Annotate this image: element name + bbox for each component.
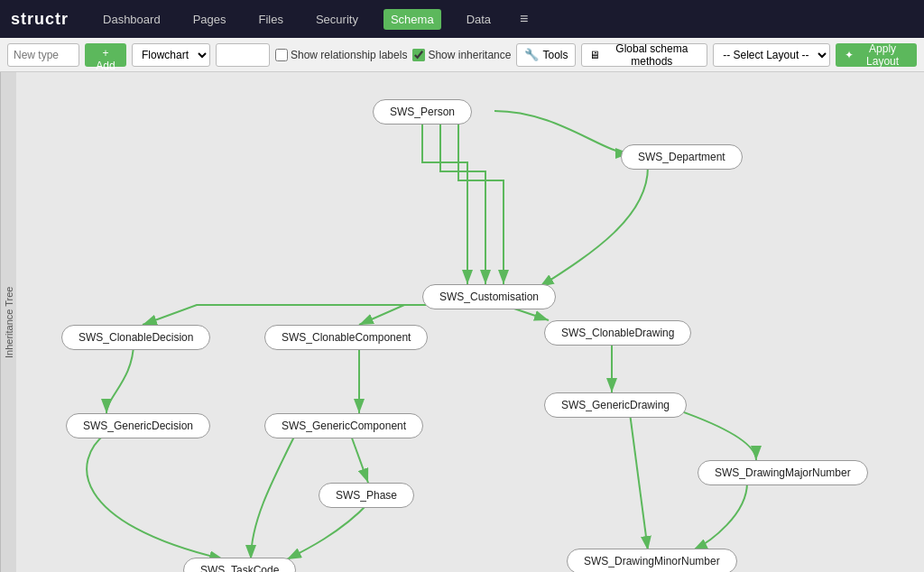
- toolbar: + Add Flowchart Show relationship labels…: [0, 38, 924, 72]
- node-sws-person[interactable]: SWS_Person: [373, 99, 472, 125]
- nav-data[interactable]: Data: [459, 9, 498, 30]
- arrows-layer: [16, 72, 924, 572]
- node-sws-genericcomponent[interactable]: SWS_GenericComponent: [264, 413, 423, 438]
- nav-security[interactable]: Security: [309, 9, 365, 30]
- node-sws-genericdrawing[interactable]: SWS_GenericDrawing: [544, 392, 687, 418]
- select-layout-dropdown[interactable]: -- Select Layout --: [713, 43, 830, 67]
- nav-dashboard[interactable]: Dashboard: [96, 9, 168, 30]
- node-sws-clonabledrawing[interactable]: SWS_ClonableDrawing: [544, 320, 691, 346]
- apply-layout-button[interactable]: ✦ Apply Layout: [836, 43, 917, 67]
- show-inheritance-label: Show inheritance: [412, 49, 511, 61]
- schema-canvas[interactable]: SWS_Person SWS_Department SWS_Customisat…: [16, 72, 924, 572]
- nav-files[interactable]: Files: [252, 9, 291, 30]
- nav-pages[interactable]: Pages: [186, 9, 234, 30]
- inheritance-tree-sidebar[interactable]: Inheritance Tree: [0, 72, 16, 572]
- nav-more-icon[interactable]: ≡: [520, 11, 528, 27]
- tools-icon: 🔧: [524, 48, 539, 61]
- node-sws-drawingminornumber[interactable]: SWS_DrawingMinorNumber: [567, 549, 737, 572]
- main-area: Inheritance Tree: [0, 72, 924, 572]
- new-type-input[interactable]: [7, 43, 79, 67]
- global-schema-icon: 🖥: [589, 49, 600, 61]
- show-relationship-labels-label: Show relationship labels: [275, 49, 407, 61]
- node-sws-clonablecomponent[interactable]: SWS_ClonableComponent: [264, 325, 428, 350]
- add-button[interactable]: + Add: [85, 43, 126, 67]
- node-sws-genericdecision[interactable]: SWS_GenericDecision: [66, 413, 210, 438]
- show-relationship-labels-checkbox[interactable]: [275, 49, 288, 61]
- node-sws-clonabledecision[interactable]: SWS_ClonableDecision: [61, 325, 210, 350]
- nav-schema[interactable]: Schema: [383, 9, 441, 30]
- app-logo: structr: [11, 10, 69, 29]
- node-sws-department[interactable]: SWS_Department: [621, 144, 743, 170]
- node-sws-phase[interactable]: SWS_Phase: [319, 483, 414, 508]
- apply-layout-icon: ✦: [845, 49, 854, 61]
- global-schema-button[interactable]: 🖥 Global schema methods: [581, 43, 707, 67]
- node-sws-customisation[interactable]: SWS_Customisation: [422, 284, 556, 309]
- search-input[interactable]: [216, 43, 270, 67]
- flowchart-select[interactable]: Flowchart: [132, 43, 210, 67]
- tools-button[interactable]: 🔧 Tools: [516, 43, 576, 67]
- node-sws-drawingmajornumber[interactable]: SWS_DrawingMajorNumber: [698, 460, 868, 485]
- top-navigation: structr Dashboard Pages Files Security S…: [0, 0, 924, 38]
- show-inheritance-checkbox[interactable]: [412, 49, 425, 61]
- node-sws-taskcode[interactable]: SWS_TaskCode: [183, 558, 296, 572]
